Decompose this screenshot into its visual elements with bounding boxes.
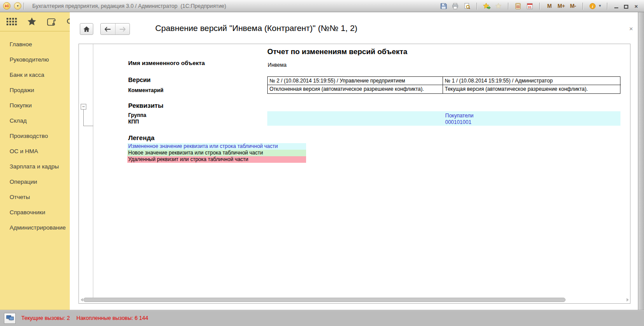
legend-label: Легенда — [128, 134, 154, 141]
comment-cell: Отклоненная версия (автоматическое разре… — [268, 85, 443, 93]
back-button[interactable] — [101, 24, 115, 34]
page-title: Сравнение версий "Инвема (Контрагент)" (… — [155, 24, 358, 33]
attribute-row-label: КПП — [128, 119, 139, 125]
group-line — [83, 126, 93, 126]
app-window: 1С ▾ Бухгалтерия предприятия, редакция 3… — [0, 0, 644, 326]
favorites-icon[interactable] — [494, 2, 503, 10]
home-button[interactable] — [80, 23, 93, 35]
memory-m-button[interactable]: M — [545, 2, 554, 10]
sidebar-item-os-i-nma[interactable]: ОС и НМА — [0, 144, 70, 159]
divider — [24, 3, 24, 10]
version-cell: № 1 / (10.08.2014 15:19:55) / Администра… — [443, 77, 621, 85]
attribute-row-label: Группа — [128, 112, 146, 118]
print-icon[interactable] — [451, 2, 460, 10]
divider — [539, 3, 540, 10]
favorites-star-icon[interactable] — [27, 17, 36, 26]
current-calls-status: Текущие вызовы: 2 — [21, 315, 70, 321]
minimize-button[interactable] — [613, 3, 620, 10]
sidebar-item-administrirovanie[interactable]: Администрирование — [0, 220, 70, 235]
sidebar-item-prodazhi[interactable]: Продажи — [0, 82, 70, 98]
calculator-icon[interactable] — [514, 2, 522, 10]
report-title: Отчет по изменениям версий объекта — [267, 48, 407, 56]
window-title: Бухгалтерия предприятия, редакция 3.0 / … — [32, 3, 226, 9]
divider — [583, 3, 583, 10]
section-sidebar: Главное Руководителю Банк и касса Продаж… — [0, 12, 70, 310]
collapse-group-button[interactable]: − — [81, 104, 86, 110]
menu-grid-icon[interactable] — [7, 18, 17, 25]
save-icon[interactable] — [439, 2, 448, 10]
maximize-button[interactable] — [623, 3, 630, 10]
chevron-down-icon[interactable]: ▼ — [598, 4, 602, 8]
sidebar-item-pokupki[interactable]: Покупки — [0, 98, 70, 113]
scrollbar-thumb[interactable] — [83, 298, 566, 302]
sidebar-item-proizvodstvo[interactable]: Производство — [0, 128, 70, 144]
history-nav-group — [100, 23, 130, 35]
sidebar-item-sklad[interactable]: Склад — [0, 113, 70, 128]
scrollbar-track[interactable] — [83, 297, 626, 302]
info-icon[interactable]: i — [588, 2, 597, 10]
minimize-icon — [614, 7, 618, 8]
1c-logo-icon: 1С — [3, 2, 10, 10]
attributes-label: Реквизиты — [128, 102, 164, 109]
main-content: Сравнение версий "Инвема (Контрагент)" (… — [70, 12, 638, 310]
back-arrow-icon — [104, 27, 111, 32]
memory-m-plus-button[interactable]: M+ — [557, 2, 566, 10]
section-nav: Главное Руководителю Банк и касса Продаж… — [0, 31, 70, 235]
horizontal-scrollbar[interactable] — [80, 297, 629, 302]
divider — [508, 3, 508, 10]
maximize-icon — [624, 5, 628, 9]
divider — [477, 3, 477, 10]
comment-cell: Текущая версия (автоматическое разрешени… — [443, 85, 621, 93]
client-server-calls-icon — [6, 315, 14, 322]
add-to-favorites-icon[interactable] — [482, 2, 491, 10]
legend-new-row: Новое значение реквизита или строка табл… — [127, 150, 306, 156]
sidebar-item-rukovoditelyu[interactable]: Руководителю — [0, 52, 70, 67]
legend-changed-row: Измененное значение реквизита или строка… — [127, 143, 306, 150]
divider — [607, 3, 607, 10]
home-icon — [83, 26, 90, 32]
sidebar-item-zarplata-i-kadry[interactable]: Зарплата и кадры — [0, 159, 70, 174]
svg-text:i: i — [592, 3, 593, 8]
history-scroll-icon[interactable] — [47, 18, 56, 26]
window-edge — [638, 12, 644, 310]
legend-deleted-row: Удаленный реквизит или строка табличной … — [127, 156, 306, 163]
attribute-new-value: 000101001 — [445, 119, 471, 125]
statusbar: Текущие вызовы: 2 Накопленные вызовы: 6 … — [0, 310, 644, 326]
group-line — [83, 110, 84, 126]
sidebar-item-otchety[interactable]: Отчеты — [0, 189, 70, 205]
sidebar-item-operatsii[interactable]: Операции — [0, 174, 70, 189]
forward-arrow-icon — [119, 27, 126, 32]
attribute-new-value: Покупатели — [445, 113, 474, 119]
sidebar-item-bank-i-kassa[interactable]: Банк и касса — [0, 67, 70, 82]
versions-label: Версии — [128, 76, 150, 83]
changed-values-highlight — [267, 111, 620, 126]
versions-table: № 2 / (10.08.2014 15:19:55) / Управление… — [267, 76, 620, 94]
svg-text:31: 31 — [528, 5, 532, 9]
divider — [93, 44, 93, 298]
comment-label: Комментарий — [128, 87, 164, 93]
titlebar-toolbar: 31 M M+ M- i ▼ × — [439, 2, 644, 10]
calendar-icon[interactable]: 31 — [525, 2, 534, 10]
legend: Измененное значение реквизита или строка… — [127, 143, 306, 163]
object-name-label: Имя измененного объекта — [128, 60, 205, 66]
scroll-left-icon[interactable] — [80, 298, 83, 302]
close-form-icon[interactable]: × — [629, 25, 633, 32]
forward-button[interactable] — [115, 24, 130, 34]
system-menu-button[interactable]: ▾ — [14, 2, 21, 10]
version-cell: № 2 / (10.08.2014 15:19:55) / Управление… — [268, 77, 443, 85]
performance-indicator-button[interactable] — [4, 313, 16, 324]
object-name-value: Инвема — [268, 62, 286, 68]
sidebar-toolbar — [0, 12, 70, 31]
close-icon: × — [634, 3, 638, 10]
memory-m-minus-button[interactable]: M- — [569, 2, 577, 10]
sidebar-item-glavnoe[interactable]: Главное — [0, 37, 70, 52]
close-button[interactable]: × — [633, 3, 640, 10]
version-report-document: − Отчет по изменениям версий объекта Имя… — [78, 44, 630, 304]
accumulated-calls-status: Накопленные вызовы: 6 144 — [76, 315, 148, 321]
scroll-right-icon[interactable] — [626, 298, 629, 302]
sidebar-item-spravochniki[interactable]: Справочники — [0, 205, 70, 220]
print-preview-icon[interactable] — [463, 2, 471, 10]
titlebar: 1С ▾ Бухгалтерия предприятия, редакция 3… — [0, 0, 644, 12]
